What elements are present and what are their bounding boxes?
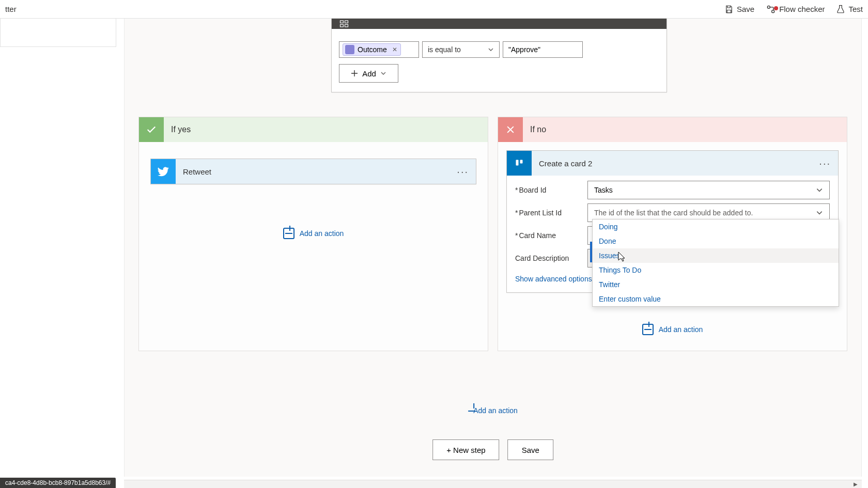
bottom-add-label: Add an action — [473, 406, 518, 415]
left-floating-panel — [0, 19, 116, 47]
dropdown-item[interactable]: Issues — [593, 248, 839, 263]
branch-no-header[interactable]: If no — [498, 117, 847, 142]
breadcrumb-fragment: tter — [5, 5, 17, 13]
no-add-action-label: Add an action — [659, 325, 703, 334]
parent-list-placeholder: The id of the list that the card should … — [594, 209, 753, 217]
svg-rect-2 — [340, 21, 344, 23]
designer-canvas: Outcome ✕ is equal to Add — [124, 19, 862, 477]
condition-header[interactable] — [332, 19, 667, 29]
token-label: Outcome — [358, 45, 387, 54]
retweet-title: Retweet — [183, 167, 211, 176]
chevron-down-icon — [380, 70, 386, 76]
bottom-add-action-link[interactable]: Add an action — [468, 406, 518, 415]
test-command[interactable]: Test — [836, 5, 863, 14]
save-button[interactable]: Save — [508, 439, 553, 460]
condition-row: Outcome ✕ is equal to — [339, 41, 659, 58]
footer-buttons: + New step Save — [432, 439, 553, 460]
add-label: Add — [362, 69, 376, 78]
card-desc-label: Card Description — [515, 254, 587, 262]
flow-checker-label: Flow checker — [779, 5, 825, 13]
flow-checker-command[interactable]: Flow checker — [766, 4, 825, 14]
add-action-icon — [642, 324, 654, 335]
save-label: Save — [737, 5, 754, 13]
branch-yes-body: Retweet ··· Add an action — [139, 142, 488, 260]
svg-rect-8 — [520, 160, 523, 164]
board-id-row: *Board Id Tasks — [515, 181, 830, 199]
chevron-down-icon — [488, 46, 494, 53]
branch-yes-header[interactable]: If yes — [139, 117, 488, 142]
card-name-label: *Card Name — [515, 231, 587, 240]
create-card-menu-button[interactable]: ··· — [819, 158, 831, 169]
board-id-select[interactable]: Tasks — [587, 181, 830, 199]
svg-rect-3 — [345, 21, 348, 23]
command-bar: tter Save Flow checker Test — [0, 0, 868, 19]
condition-value-input[interactable] — [503, 41, 583, 58]
condition-operator-select[interactable]: is equal to — [422, 41, 500, 58]
yes-add-action-label: Add an action — [300, 229, 344, 238]
svg-rect-4 — [340, 25, 344, 27]
flow-checker-icon — [766, 4, 776, 14]
condition-card: Outcome ✕ is equal to Add — [331, 19, 667, 92]
svg-rect-5 — [345, 25, 348, 27]
yes-add-action-link[interactable]: Add an action — [283, 228, 344, 239]
retweet-menu-button[interactable]: ··· — [457, 166, 469, 178]
save-command[interactable]: Save — [724, 5, 754, 14]
condition-add-button[interactable]: Add — [339, 64, 398, 83]
parent-list-dropdown: Doing Done Issues Things To Do Twitter E… — [592, 219, 839, 307]
branch-no-label: If no — [530, 125, 546, 134]
branch-if-yes: If yes Retweet ··· — [138, 117, 488, 351]
horizontal-scrollbar[interactable]: ▶ — [124, 480, 862, 488]
new-step-button[interactable]: + New step — [432, 439, 499, 460]
status-bar-url: ca4-cde8-4d8b-bcb8-897b1a5d8b63/# — [0, 478, 116, 488]
scroll-right-icon[interactable]: ▶ — [851, 481, 860, 487]
create-card-header[interactable]: Create a card 2 ··· — [507, 151, 838, 176]
dynamic-token-outcome[interactable]: Outcome ✕ — [343, 43, 401, 56]
token-source-icon — [345, 45, 354, 54]
command-bar-right: Save Flow checker Test — [724, 4, 863, 14]
retweet-header[interactable]: Retweet ··· — [151, 159, 476, 184]
check-icon — [139, 117, 164, 142]
operator-value: is equal to — [428, 45, 461, 54]
close-icon — [498, 117, 523, 142]
chevron-down-icon — [816, 209, 823, 216]
board-id-label: *Board Id — [515, 186, 587, 194]
plus-icon — [351, 70, 358, 77]
no-add-action-link[interactable]: Add an action — [642, 324, 703, 335]
condition-left-operand[interactable]: Outcome ✕ — [339, 41, 419, 58]
twitter-icon — [151, 159, 176, 184]
parent-list-label: *Parent List Id — [515, 209, 587, 217]
dropdown-item-custom[interactable]: Enter custom value — [593, 292, 839, 306]
dropdown-item[interactable]: Doing — [593, 219, 839, 234]
branch-yes-label: If yes — [171, 125, 191, 134]
create-card-title: Create a card 2 — [539, 159, 592, 168]
trello-icon — [507, 151, 532, 176]
dropdown-item[interactable]: Twitter — [593, 277, 839, 292]
chevron-down-icon — [816, 186, 823, 194]
dropdown-item[interactable]: Done — [593, 234, 839, 248]
condition-icon — [337, 19, 351, 29]
svg-point-0 — [767, 6, 770, 8]
svg-rect-7 — [516, 160, 519, 166]
flow-checker-badge — [774, 6, 778, 10]
test-label: Test — [848, 5, 863, 13]
add-action-icon — [283, 228, 295, 239]
retweet-action-card: Retweet ··· — [150, 159, 476, 184]
show-advanced-label: Show advanced options — [515, 275, 592, 283]
test-icon — [836, 5, 845, 14]
dropdown-item[interactable]: Things To Do — [593, 263, 839, 277]
token-remove[interactable]: ✕ — [392, 46, 397, 53]
save-icon — [724, 5, 734, 14]
condition-body: Outcome ✕ is equal to Add — [332, 29, 667, 92]
board-id-value: Tasks — [594, 186, 613, 194]
svg-point-1 — [772, 10, 774, 12]
